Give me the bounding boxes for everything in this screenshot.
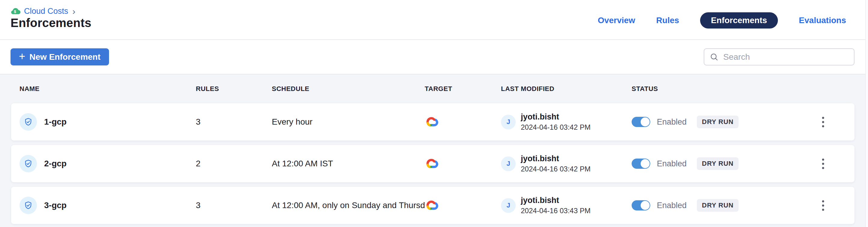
kebab-menu-icon[interactable] — [818, 113, 828, 131]
page-title: Enforcements — [10, 16, 91, 30]
dry-run-badge: DRY RUN — [697, 116, 739, 128]
avatar: J — [501, 115, 516, 129]
enabled-toggle[interactable] — [632, 117, 650, 127]
modified-at: 2024-04-16 03:42 PM — [521, 123, 590, 132]
modified-by: jyoti.bisht — [521, 154, 590, 163]
gcp-cloud-icon — [425, 199, 438, 210]
rules-count: 2 — [196, 159, 272, 168]
chevron-right-icon: › — [72, 7, 75, 16]
enforcements-table: NAME RULES SCHEDULE TARGET LAST MODIFIED… — [0, 74, 868, 227]
avatar: J — [501, 156, 516, 171]
new-enforcement-button-label: New Enforcement — [29, 52, 101, 62]
svg-text:$: $ — [14, 9, 16, 14]
column-header-rules: RULES — [196, 85, 272, 93]
dry-run-badge: DRY RUN — [697, 199, 739, 212]
module-nav: Overview Rules Enforcements Evaluations — [598, 12, 846, 29]
table-row[interactable]: 2-gcp 2 At 12:00 AM IST J jyoti.bisht — [11, 145, 855, 182]
schedule: At 12:00 AM, only on Sunday and Thursday… — [272, 201, 425, 210]
column-header-target: TARGET — [425, 85, 501, 93]
new-enforcement-button[interactable]: + New Enforcement — [10, 48, 109, 65]
kebab-menu-icon[interactable] — [818, 155, 828, 173]
toggle-knob — [641, 118, 650, 126]
plus-icon: + — [19, 51, 25, 62]
enforcement-name: 3-gcp — [44, 201, 67, 210]
column-header-status: STATUS — [632, 85, 800, 93]
scrollbar-track[interactable] — [865, 0, 868, 227]
toolbar: + New Enforcement — [0, 40, 868, 74]
avatar: J — [501, 198, 516, 213]
column-header-name: NAME — [20, 85, 196, 93]
modified-by: jyoti.bisht — [521, 112, 590, 122]
shield-check-icon — [20, 197, 37, 214]
cloud-costs-module-icon: $ — [10, 7, 21, 15]
tab-overview[interactable]: Overview — [598, 15, 635, 25]
breadcrumb: $ Cloud Costs › — [10, 7, 75, 16]
shield-check-icon — [20, 113, 37, 131]
rules-count: 3 — [196, 201, 272, 210]
schedule: At 12:00 AM IST — [272, 159, 425, 168]
search-icon — [710, 53, 719, 62]
tab-evaluations[interactable]: Evaluations — [799, 15, 846, 25]
toggle-knob — [641, 201, 650, 210]
schedule: Every hour — [272, 117, 425, 127]
enabled-toggle[interactable] — [632, 159, 650, 169]
toggle-knob — [641, 159, 650, 168]
tab-enforcements[interactable]: Enforcements — [700, 12, 778, 29]
rules-count: 3 — [196, 117, 272, 127]
status-label: Enabled — [657, 159, 687, 168]
column-header-last-modified: LAST MODIFIED — [501, 85, 632, 93]
gcp-cloud-icon — [425, 116, 438, 127]
modified-at: 2024-04-16 03:42 PM — [521, 165, 590, 173]
breadcrumb-link-cloud-costs[interactable]: Cloud Costs — [24, 7, 68, 16]
shield-check-icon — [20, 155, 37, 172]
search-input[interactable] — [723, 52, 848, 62]
gcp-cloud-icon — [425, 157, 438, 169]
tab-rules[interactable]: Rules — [656, 15, 679, 25]
page-header: $ Cloud Costs › Enforcements Overview Ru… — [0, 0, 868, 40]
modified-by: jyoti.bisht — [521, 195, 590, 205]
table-row[interactable]: 1-gcp 3 Every hour J jyoti.bisht — [11, 103, 855, 140]
search-box[interactable] — [704, 48, 855, 65]
status-label: Enabled — [657, 201, 687, 210]
column-header-schedule: SCHEDULE — [272, 85, 425, 93]
dry-run-badge: DRY RUN — [697, 157, 739, 170]
status-label: Enabled — [657, 118, 687, 127]
table-row[interactable]: 3-gcp 3 At 12:00 AM, only on Sunday and … — [11, 187, 855, 224]
table-header-row: NAME RULES SCHEDULE TARGET LAST MODIFIED… — [11, 74, 855, 103]
enforcement-name: 1-gcp — [44, 117, 67, 127]
enabled-toggle[interactable] — [632, 200, 650, 210]
modified-at: 2024-04-16 03:43 PM — [521, 206, 590, 215]
enforcement-name: 2-gcp — [44, 159, 67, 168]
kebab-menu-icon[interactable] — [818, 197, 828, 215]
enforcements-page: $ Cloud Costs › Enforcements Overview Ru… — [0, 0, 868, 227]
